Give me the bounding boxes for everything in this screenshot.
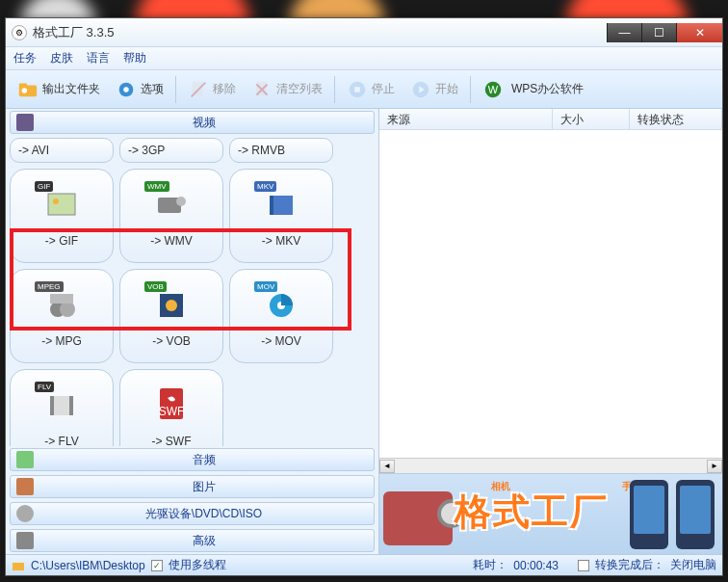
window-title: 格式工厂 3.3.5 bbox=[33, 24, 115, 41]
format-vob[interactable]: VOB-> VOB bbox=[119, 269, 223, 363]
format-mkv[interactable]: MKV-> MKV bbox=[229, 169, 333, 263]
logo-text: 格式工厂 bbox=[455, 488, 609, 537]
category-video[interactable]: 视频 bbox=[10, 111, 375, 134]
phone-graphic bbox=[676, 480, 715, 549]
col-size[interactable]: 大小 bbox=[553, 109, 630, 129]
svg-point-20 bbox=[60, 302, 75, 317]
app-window: ⚙ 格式工厂 3.3.5 — ☐ ✕ 任务 皮肤 语言 帮助 输出文件夹 选项 … bbox=[5, 17, 723, 576]
promo-banner: 相机 手机 格式工厂 bbox=[379, 473, 722, 554]
wps-button[interactable]: W WPS办公软件 bbox=[477, 77, 589, 102]
svg-text:SWF: SWF bbox=[159, 405, 185, 418]
output-path[interactable]: C:\Users\IBM\Desktop bbox=[31, 559, 145, 572]
menu-skin[interactable]: 皮肤 bbox=[50, 50, 73, 66]
menu-task[interactable]: 任务 bbox=[13, 50, 37, 66]
scroll-left-icon[interactable]: ◄ bbox=[379, 460, 395, 473]
advanced-icon bbox=[16, 532, 34, 549]
output-folder-button[interactable]: 输出文件夹 bbox=[12, 77, 106, 102]
list-header: 来源 大小 转换状态 bbox=[379, 109, 722, 130]
left-panel: 视频 -> AVI -> 3GP -> RMVB GIF-> GIF WMV->… bbox=[6, 109, 379, 554]
svg-point-4 bbox=[123, 87, 129, 93]
svg-point-16 bbox=[176, 197, 186, 206]
audio-icon bbox=[16, 451, 34, 468]
statusbar: C:\Users\IBM\Desktop ✓ 使用多线程 耗时： 00:00:4… bbox=[6, 554, 722, 575]
camera-graphic bbox=[383, 491, 453, 545]
category-disc[interactable]: 光驱设备\DVD\CD\ISO bbox=[10, 502, 375, 525]
close-button[interactable]: ✕ bbox=[676, 23, 722, 42]
svg-point-14 bbox=[53, 198, 59, 204]
format-flv[interactable]: FLV-> FLV bbox=[10, 369, 114, 446]
svg-rect-28 bbox=[69, 396, 73, 415]
format-avi[interactable]: -> AVI bbox=[10, 138, 114, 163]
category-advanced[interactable]: 高级 bbox=[10, 529, 375, 552]
remove-button[interactable]: 移除 bbox=[182, 77, 242, 102]
stop-icon bbox=[347, 79, 368, 100]
folder-icon bbox=[12, 559, 25, 572]
maximize-button[interactable]: ☐ bbox=[641, 23, 676, 42]
start-button[interactable]: 开始 bbox=[404, 77, 464, 102]
options-button[interactable]: 选项 bbox=[110, 77, 169, 102]
format-gif[interactable]: GIF-> GIF bbox=[10, 169, 114, 263]
svg-rect-9 bbox=[354, 87, 360, 93]
app-icon: ⚙ bbox=[12, 25, 27, 40]
titlebar: ⚙ 格式工厂 3.3.5 — ☐ ✕ bbox=[6, 18, 722, 47]
wps-icon: W bbox=[482, 79, 504, 100]
stop-button[interactable]: 停止 bbox=[341, 77, 401, 102]
format-wmv[interactable]: WMV-> WMV bbox=[119, 169, 223, 263]
after-convert-value: 关闭电脑 bbox=[670, 557, 716, 573]
right-panel: 来源 大小 转换状态 ◄ ► 相机 手机 格式工厂 bbox=[379, 109, 722, 554]
folder-icon bbox=[17, 79, 39, 100]
category-picture[interactable]: 图片 bbox=[10, 475, 375, 498]
svg-rect-21 bbox=[50, 294, 73, 304]
gear-icon bbox=[116, 79, 137, 100]
task-list bbox=[379, 130, 722, 458]
svg-point-23 bbox=[166, 300, 177, 311]
menu-language[interactable]: 语言 bbox=[87, 50, 110, 66]
multithread-label: 使用多线程 bbox=[169, 557, 226, 573]
svg-rect-18 bbox=[270, 196, 273, 215]
elapsed-value: 00:00:43 bbox=[513, 559, 559, 572]
clear-list-button[interactable]: 清空列表 bbox=[246, 77, 328, 102]
menu-help[interactable]: 帮助 bbox=[123, 50, 146, 66]
scroll-right-icon[interactable]: ► bbox=[707, 460, 722, 473]
svg-rect-27 bbox=[50, 396, 54, 415]
elapsed-label: 耗时： bbox=[473, 557, 507, 573]
minimize-button[interactable]: — bbox=[607, 23, 641, 42]
phone-graphic bbox=[630, 480, 668, 549]
after-convert-checkbox[interactable] bbox=[578, 560, 589, 571]
svg-rect-1 bbox=[19, 83, 27, 87]
format-rmvb[interactable]: -> RMVB bbox=[229, 138, 333, 163]
clear-icon bbox=[251, 79, 273, 100]
remove-icon bbox=[188, 79, 209, 100]
svg-rect-13 bbox=[48, 194, 75, 215]
video-icon bbox=[16, 114, 34, 131]
toolbar: 输出文件夹 选项 移除 清空列表 停止 开始 W WPS办公软件 bbox=[6, 70, 722, 109]
format-mpg[interactable]: MPEG-> MPG bbox=[10, 269, 114, 363]
picture-icon bbox=[16, 478, 34, 495]
after-convert-label: 转换完成后： bbox=[595, 557, 664, 573]
format-3gp[interactable]: -> 3GP bbox=[119, 138, 223, 163]
col-source[interactable]: 来源 bbox=[379, 109, 553, 129]
format-mov[interactable]: MOV-> MOV bbox=[229, 269, 333, 363]
play-icon bbox=[410, 79, 431, 100]
format-swf[interactable]: SWF-> SWF bbox=[119, 369, 223, 446]
col-status[interactable]: 转换状态 bbox=[630, 109, 722, 129]
multithread-checkbox[interactable]: ✓ bbox=[151, 560, 163, 571]
menubar: 任务 皮肤 语言 帮助 bbox=[6, 47, 722, 70]
svg-text:W: W bbox=[488, 83, 499, 94]
svg-point-2 bbox=[22, 88, 27, 93]
disc-icon bbox=[16, 505, 34, 522]
category-audio[interactable]: 音频 bbox=[10, 448, 375, 471]
horizontal-scrollbar[interactable]: ◄ ► bbox=[379, 458, 722, 473]
svg-rect-31 bbox=[13, 563, 24, 570]
